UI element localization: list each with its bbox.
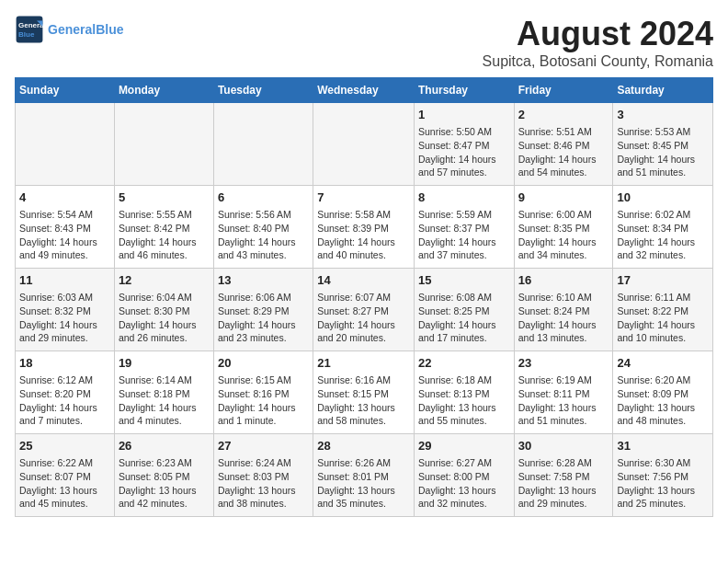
day-number: 21	[317, 355, 410, 372]
calendar-cell: 1Sunrise: 5:50 AM Sunset: 8:47 PM Daylig…	[414, 103, 514, 186]
calendar-cell: 8Sunrise: 5:59 AM Sunset: 8:37 PM Daylig…	[414, 186, 514, 269]
calendar-cell: 28Sunrise: 6:26 AM Sunset: 8:01 PM Dayli…	[313, 434, 415, 517]
calendar-cell	[213, 103, 313, 186]
day-number: 13	[218, 272, 309, 289]
calendar-cell: 22Sunrise: 6:18 AM Sunset: 8:13 PM Dayli…	[414, 351, 514, 434]
calendar-cell: 9Sunrise: 6:00 AM Sunset: 8:35 PM Daylig…	[514, 186, 613, 269]
calendar-cell: 18Sunrise: 6:12 AM Sunset: 8:20 PM Dayli…	[16, 351, 115, 434]
day-number: 3	[617, 107, 709, 123]
day-info: Sunrise: 5:50 AM Sunset: 8:47 PM Dayligh…	[418, 125, 510, 179]
header-row: SundayMondayTuesdayWednesdayThursdayFrid…	[16, 78, 713, 103]
calendar-cell: 6Sunrise: 5:56 AM Sunset: 8:40 PM Daylig…	[213, 186, 313, 269]
day-info: Sunrise: 6:23 AM Sunset: 8:05 PM Dayligh…	[119, 456, 210, 511]
day-info: Sunrise: 5:54 AM Sunset: 8:43 PM Dayligh…	[19, 208, 110, 262]
calendar-cell	[16, 103, 115, 186]
header-thursday: Thursday	[414, 78, 514, 103]
day-number: 19	[119, 355, 210, 372]
logo-text: GeneralBlue	[48, 22, 123, 38]
calendar-cell: 31Sunrise: 6:30 AM Sunset: 7:56 PM Dayli…	[613, 434, 713, 517]
header-monday: Monday	[114, 78, 213, 103]
day-number: 25	[19, 438, 110, 454]
day-number: 12	[119, 272, 210, 289]
day-number: 23	[518, 355, 609, 372]
calendar-cell: 5Sunrise: 5:55 AM Sunset: 8:42 PM Daylig…	[114, 186, 213, 269]
day-number: 26	[119, 438, 210, 454]
day-info: Sunrise: 6:06 AM Sunset: 8:29 PM Dayligh…	[218, 291, 309, 345]
day-number: 27	[218, 438, 309, 454]
svg-text:Blue: Blue	[18, 30, 35, 39]
calendar-cell: 21Sunrise: 6:16 AM Sunset: 8:15 PM Dayli…	[313, 351, 415, 434]
day-number: 11	[19, 272, 110, 289]
day-number: 18	[19, 355, 110, 372]
day-info: Sunrise: 5:59 AM Sunset: 8:37 PM Dayligh…	[418, 208, 510, 262]
calendar-cell: 12Sunrise: 6:04 AM Sunset: 8:30 PM Dayli…	[114, 269, 213, 351]
day-number: 10	[617, 190, 709, 206]
day-number: 28	[317, 438, 410, 454]
week-row-1: 1Sunrise: 5:50 AM Sunset: 8:47 PM Daylig…	[16, 103, 713, 186]
week-row-5: 25Sunrise: 6:22 AM Sunset: 8:07 PM Dayli…	[16, 434, 713, 517]
day-info: Sunrise: 6:15 AM Sunset: 8:16 PM Dayligh…	[218, 373, 309, 428]
header-friday: Friday	[514, 78, 613, 103]
day-number: 4	[19, 190, 110, 206]
calendar-cell	[313, 103, 415, 186]
day-info: Sunrise: 5:56 AM Sunset: 8:40 PM Dayligh…	[218, 208, 309, 262]
day-info: Sunrise: 6:20 AM Sunset: 8:09 PM Dayligh…	[617, 373, 709, 428]
calendar-cell: 20Sunrise: 6:15 AM Sunset: 8:16 PM Dayli…	[213, 351, 313, 434]
day-number: 6	[218, 190, 309, 206]
day-number: 31	[617, 438, 709, 454]
day-info: Sunrise: 6:08 AM Sunset: 8:25 PM Dayligh…	[418, 291, 510, 345]
calendar-cell: 29Sunrise: 6:27 AM Sunset: 8:00 PM Dayli…	[414, 434, 514, 517]
header-saturday: Saturday	[613, 78, 713, 103]
day-info: Sunrise: 6:10 AM Sunset: 8:24 PM Dayligh…	[518, 291, 609, 345]
day-number: 29	[418, 438, 510, 454]
day-info: Sunrise: 6:16 AM Sunset: 8:15 PM Dayligh…	[317, 373, 410, 428]
day-number: 5	[119, 190, 210, 206]
day-number: 7	[317, 190, 410, 206]
day-info: Sunrise: 6:19 AM Sunset: 8:11 PM Dayligh…	[518, 373, 609, 428]
subtitle: Supitca, Botosani County, Romania	[483, 53, 713, 70]
day-info: Sunrise: 6:04 AM Sunset: 8:30 PM Dayligh…	[119, 291, 210, 345]
day-info: Sunrise: 6:22 AM Sunset: 8:07 PM Dayligh…	[19, 456, 110, 511]
calendar-cell: 30Sunrise: 6:28 AM Sunset: 7:58 PM Dayli…	[514, 434, 613, 517]
day-number: 9	[518, 190, 609, 206]
day-info: Sunrise: 5:58 AM Sunset: 8:39 PM Dayligh…	[317, 208, 410, 262]
day-number: 30	[518, 438, 609, 454]
day-info: Sunrise: 6:03 AM Sunset: 8:32 PM Dayligh…	[19, 291, 110, 345]
day-info: Sunrise: 5:51 AM Sunset: 8:46 PM Dayligh…	[518, 125, 609, 179]
calendar-cell: 14Sunrise: 6:07 AM Sunset: 8:27 PM Dayli…	[313, 269, 415, 351]
calendar-cell: 23Sunrise: 6:19 AM Sunset: 8:11 PM Dayli…	[514, 351, 613, 434]
day-info: Sunrise: 6:28 AM Sunset: 7:58 PM Dayligh…	[518, 456, 609, 511]
calendar-cell: 17Sunrise: 6:11 AM Sunset: 8:22 PM Dayli…	[613, 269, 713, 351]
day-number: 20	[218, 355, 309, 372]
day-info: Sunrise: 6:11 AM Sunset: 8:22 PM Dayligh…	[617, 291, 709, 345]
day-info: Sunrise: 5:53 AM Sunset: 8:45 PM Dayligh…	[617, 125, 709, 179]
day-info: Sunrise: 5:55 AM Sunset: 8:42 PM Dayligh…	[119, 208, 210, 262]
day-number: 16	[518, 272, 609, 289]
day-number: 2	[518, 107, 609, 123]
calendar-cell: 2Sunrise: 5:51 AM Sunset: 8:46 PM Daylig…	[514, 103, 613, 186]
week-row-3: 11Sunrise: 6:03 AM Sunset: 8:32 PM Dayli…	[16, 269, 713, 351]
calendar-cell: 13Sunrise: 6:06 AM Sunset: 8:29 PM Dayli…	[213, 269, 313, 351]
calendar-cell: 11Sunrise: 6:03 AM Sunset: 8:32 PM Dayli…	[16, 269, 115, 351]
calendar-cell	[114, 103, 213, 186]
calendar-cell: 27Sunrise: 6:24 AM Sunset: 8:03 PM Dayli…	[213, 434, 313, 517]
calendar-cell: 15Sunrise: 6:08 AM Sunset: 8:25 PM Dayli…	[414, 269, 514, 351]
day-number: 14	[317, 272, 410, 289]
title-area: August 2024 Supitca, Botosani County, Ro…	[483, 15, 713, 70]
main-title: August 2024	[483, 15, 713, 53]
day-info: Sunrise: 6:18 AM Sunset: 8:13 PM Dayligh…	[418, 373, 510, 428]
logo: General Blue GeneralBlue	[15, 15, 123, 44]
day-info: Sunrise: 6:24 AM Sunset: 8:03 PM Dayligh…	[218, 456, 309, 511]
day-number: 8	[418, 190, 510, 206]
day-number: 17	[617, 272, 709, 289]
header-wednesday: Wednesday	[313, 78, 415, 103]
day-number: 1	[418, 107, 510, 123]
day-info: Sunrise: 6:26 AM Sunset: 8:01 PM Dayligh…	[317, 456, 410, 511]
day-info: Sunrise: 6:30 AM Sunset: 7:56 PM Dayligh…	[617, 456, 709, 511]
header-sunday: Sunday	[16, 78, 115, 103]
calendar-cell: 7Sunrise: 5:58 AM Sunset: 8:39 PM Daylig…	[313, 186, 415, 269]
day-info: Sunrise: 6:27 AM Sunset: 8:00 PM Dayligh…	[418, 456, 510, 511]
day-number: 24	[617, 355, 709, 372]
day-number: 22	[418, 355, 510, 372]
day-number: 15	[418, 272, 510, 289]
